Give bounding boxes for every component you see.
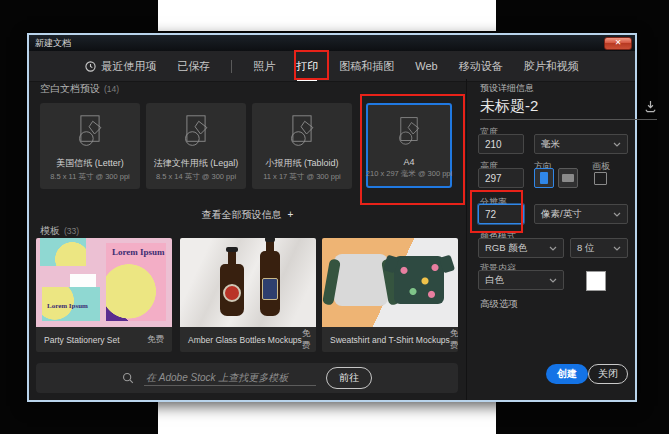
blank-presets-count: (14)	[104, 84, 119, 94]
pane-divider	[466, 79, 467, 400]
blank-presets-heading: 空白文档预设(14)	[40, 82, 119, 96]
close-dialog-button[interactable]: 关闭	[588, 364, 628, 384]
tab-web[interactable]: Web	[415, 60, 437, 72]
dialog-titlebar[interactable]: 新建文档 ✕	[29, 35, 635, 51]
preset-name: 美国信纸 (Letter)	[56, 157, 124, 170]
chevron-down-icon	[549, 278, 557, 283]
tab-recent[interactable]: 最近使用项	[85, 59, 156, 74]
tab-print-label: 打印	[296, 59, 318, 74]
portrait-icon	[540, 172, 548, 184]
tab-mobile-label: 移动设备	[459, 59, 503, 74]
preset-card-letter[interactable]: 美国信纸 (Letter) 8.5 x 11 英寸 @ 300 ppi	[40, 103, 140, 189]
tshirt-shape	[394, 256, 444, 304]
screenshot-root: 新建文档 ✕ 最近使用项 已保存 照片 打印	[0, 0, 669, 434]
orientation-portrait-button[interactable]	[534, 168, 554, 188]
create-button[interactable]: 创建	[546, 364, 588, 384]
document-name[interactable]: 未标题-2	[480, 97, 538, 116]
template-card-party-stationery[interactable]: Lorem Ipsum Lorem Ipsum Party Stationery…	[36, 238, 172, 352]
template-name: Amber Glass Bottles Mockups	[188, 335, 302, 345]
artboard-checkbox[interactable]	[594, 172, 607, 185]
tab-film-video[interactable]: 胶片和视频	[524, 59, 579, 74]
chevron-down-icon	[613, 212, 621, 217]
height-input[interactable]	[478, 168, 524, 188]
go-button[interactable]: 前往	[326, 367, 372, 389]
preset-name: 小报用纸 (Tabloid)	[265, 157, 338, 170]
width-input[interactable]	[478, 134, 524, 154]
tab-web-label: Web	[415, 60, 437, 72]
chevron-down-icon	[613, 246, 621, 251]
preview-text: Lorem Ipsum	[106, 243, 166, 257]
tab-bar: 最近使用项 已保存 照片 打印 图稿和插图 Web 移动设备 胶片和视频	[29, 51, 635, 82]
advanced-options-toggle[interactable]: 高级选项	[480, 298, 518, 311]
preview-text: Lorem Ipsum	[42, 287, 100, 310]
tab-art-label: 图稿和插图	[339, 59, 394, 74]
chevron-down-icon	[613, 142, 621, 147]
tab-recent-label: 最近使用项	[101, 59, 156, 74]
template-card-amber-bottles[interactable]: Amber Glass Bottles Mockups 免费	[180, 238, 316, 352]
template-name: Party Stationery Set	[44, 335, 120, 345]
bit-depth-dropdown[interactable]: 8 位	[570, 238, 628, 258]
tab-film-label: 胶片和视频	[524, 59, 579, 74]
document-preset-icon	[70, 112, 110, 156]
preset-specs: 11 x 17 英寸 @ 300 ppi	[263, 172, 341, 182]
bottle-shape	[260, 251, 280, 316]
tab-photo[interactable]: 照片	[253, 59, 275, 74]
resolution-unit-dropdown[interactable]: 像素/英寸	[534, 204, 628, 224]
stationery-card-shape	[40, 238, 86, 266]
template-price: 免费	[450, 328, 458, 352]
background-document-bottom	[158, 402, 496, 434]
templates-count: (33)	[64, 226, 79, 236]
stationery-card-shape: Lorem Ipsum	[42, 287, 100, 321]
template-price: 免费	[302, 328, 311, 352]
stationery-poster-shape: Lorem Ipsum	[106, 243, 166, 321]
stock-search-input[interactable]	[144, 370, 316, 386]
background-color-swatch[interactable]	[586, 271, 606, 291]
tab-divider	[231, 60, 232, 73]
landscape-icon	[562, 174, 574, 182]
close-icon: ✕	[615, 39, 622, 47]
preset-specs: 8.5 x 11 英寸 @ 300 ppi	[50, 172, 130, 182]
chevron-down-icon	[549, 246, 557, 251]
preset-card-tabloid[interactable]: 小报用纸 (Tabloid) 11 x 17 英寸 @ 300 ppi	[252, 103, 352, 189]
background-document-top	[158, 0, 496, 31]
document-preset-icon	[282, 112, 322, 156]
template-price: 免费	[147, 334, 164, 346]
background-contents-dropdown[interactable]: 白色	[478, 270, 564, 290]
preset-specs: 210 x 297 毫米 @ 300 ppi	[366, 169, 452, 179]
document-preset-icon	[176, 112, 216, 156]
preset-card-legal[interactable]: 法律文件用纸 (Legal) 8.5 x 14 英寸 @ 300 ppi	[146, 103, 246, 189]
new-document-dialog: 新建文档 ✕ 最近使用项 已保存 照片 打印	[27, 33, 637, 402]
preset-specs: 8.5 x 14 英寸 @ 300 ppi	[156, 172, 236, 182]
sweatshirt-shape	[334, 254, 388, 306]
template-preview-shirts	[322, 238, 458, 327]
tab-art-illustration[interactable]: 图稿和插图	[339, 59, 394, 74]
template-preview-bottles	[180, 238, 316, 327]
tab-photo-label: 照片	[253, 59, 275, 74]
view-all-presets-link[interactable]: 查看全部预设信息+	[29, 208, 466, 222]
color-mode-dropdown[interactable]: RGB 颜色	[478, 238, 564, 258]
window-close-button[interactable]: ✕	[604, 37, 632, 50]
preset-name: 法律文件用纸 (Legal)	[154, 157, 239, 170]
templates-heading: 模板(33)	[40, 224, 79, 238]
document-name-row: 未标题-2	[480, 93, 657, 120]
document-preset-icon	[391, 114, 427, 154]
plus-icon: +	[288, 209, 294, 220]
orientation-landscape-button[interactable]	[558, 168, 578, 188]
template-card-shirt-mockups[interactable]: Sweatshirt and T-Shirt Mockups 免费	[322, 238, 458, 352]
tab-print[interactable]: 打印	[296, 59, 318, 74]
save-preset-icon[interactable]	[644, 100, 657, 113]
clock-icon	[85, 61, 96, 72]
search-icon	[122, 372, 134, 384]
tab-saved-label: 已保存	[177, 59, 210, 74]
tab-saved[interactable]: 已保存	[177, 59, 210, 74]
bottle-shape	[220, 264, 244, 316]
preset-name: A4	[403, 157, 414, 167]
dialog-title: 新建文档	[35, 37, 604, 50]
preset-card-a4-selected[interactable]: A4 210 x 297 毫米 @ 300 ppi	[366, 103, 452, 188]
template-preview-party: Lorem Ipsum Lorem Ipsum	[36, 238, 172, 327]
template-name: Sweatshirt and T-Shirt Mockups	[330, 335, 450, 345]
resolution-input[interactable]	[478, 204, 524, 224]
unit-dropdown[interactable]: 毫米	[534, 134, 628, 154]
tab-mobile[interactable]: 移动设备	[459, 59, 503, 74]
stock-search-bar: 前往	[36, 363, 458, 393]
